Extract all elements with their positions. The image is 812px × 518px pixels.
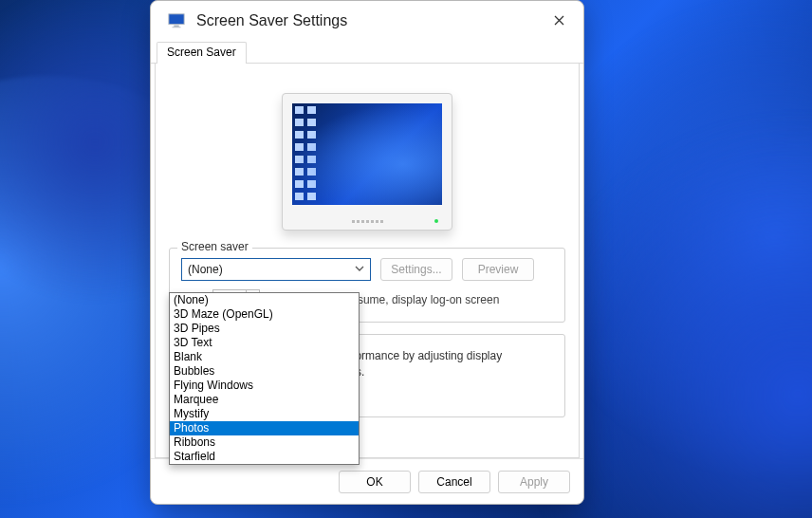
tabstrip: Screen Saver bbox=[151, 41, 583, 64]
dropdown-option[interactable]: Starfield bbox=[170, 450, 359, 464]
screensaver-dropdown[interactable]: (None)3D Maze (OpenGL)3D Pipes3D TextBla… bbox=[169, 292, 360, 465]
cancel-button[interactable]: Cancel bbox=[418, 471, 490, 493]
svg-rect-0 bbox=[169, 14, 184, 25]
preview-area bbox=[169, 74, 565, 248]
settings-button[interactable]: Settings... bbox=[380, 258, 452, 281]
svg-rect-1 bbox=[174, 26, 178, 28]
group-legend: Screen saver bbox=[177, 240, 252, 253]
ok-button[interactable]: OK bbox=[339, 471, 411, 493]
dropdown-option[interactable]: (None) bbox=[170, 293, 359, 307]
apply-button[interactable]: Apply bbox=[498, 471, 570, 493]
chevron-down-icon bbox=[355, 263, 364, 276]
svg-rect-2 bbox=[173, 27, 181, 28]
close-icon bbox=[554, 12, 564, 29]
dropdown-option[interactable]: Marquee bbox=[170, 393, 359, 407]
screen-saver-dialog: Screen Saver Settings Screen Saver bbox=[150, 0, 584, 505]
preview-button[interactable]: Preview bbox=[462, 258, 534, 281]
dropdown-option[interactable]: Mystify bbox=[170, 407, 359, 421]
titlebar: Screen Saver Settings bbox=[151, 1, 583, 41]
screensaver-icon bbox=[168, 12, 185, 29]
dialog-footer: OK Cancel Apply bbox=[151, 458, 583, 504]
dropdown-option[interactable]: Blank bbox=[170, 350, 359, 364]
combo-selected-label: (None) bbox=[188, 263, 223, 276]
dropdown-option[interactable]: Flying Windows bbox=[170, 379, 359, 393]
dropdown-option[interactable]: Ribbons bbox=[170, 435, 359, 450]
close-button[interactable] bbox=[538, 7, 580, 35]
dropdown-option[interactable]: 3D Text bbox=[170, 336, 359, 350]
tab-screen-saver[interactable]: Screen Saver bbox=[157, 42, 247, 64]
dropdown-option[interactable]: Bubbles bbox=[170, 364, 359, 379]
tab-body: Screen saver (None) Settings... Preview … bbox=[155, 63, 580, 458]
preview-monitor bbox=[282, 93, 452, 231]
dropdown-option[interactable]: 3D Maze (OpenGL) bbox=[170, 307, 359, 322]
dropdown-option[interactable]: Photos bbox=[170, 421, 359, 435]
screensaver-select[interactable]: (None) bbox=[181, 258, 371, 281]
preview-screen bbox=[292, 103, 442, 205]
dropdown-option[interactable]: 3D Pipes bbox=[170, 322, 359, 336]
window-title: Screen Saver Settings bbox=[196, 12, 538, 29]
